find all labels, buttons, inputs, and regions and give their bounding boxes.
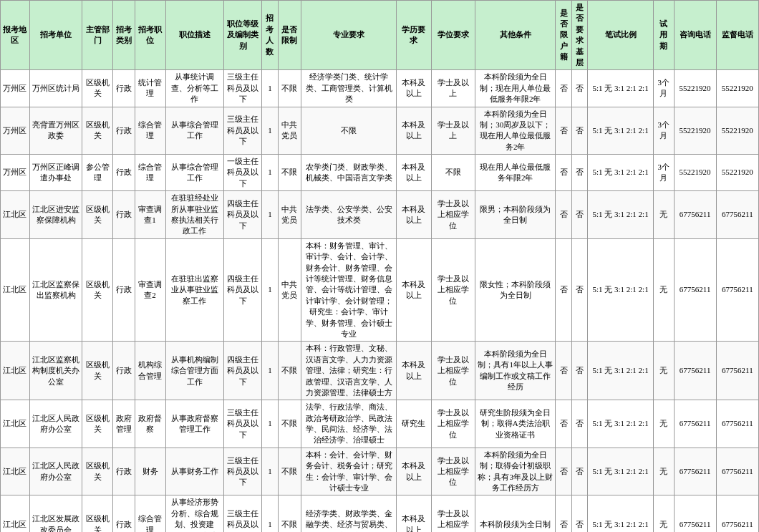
cell-yn1: 否 [556, 448, 571, 495]
cell-district: 江北区 [1, 191, 30, 239]
col-header-tel1: 咨询电话 [674, 1, 716, 70]
cell-tel1: 67756211 [674, 238, 716, 342]
recruitment-table: 报考地区 招考单位 主管部门 招考类别 招考职位 职位描述 职位等级及编制类别 … [0, 0, 759, 532]
cell-post: 综合管理 [135, 155, 165, 191]
cell-post: 政府督察 [135, 400, 165, 448]
cell-restrict: 中共党员 [278, 238, 301, 342]
cell-num: 1 [262, 495, 278, 532]
main-table-wrapper: 报考地区 招考单位 主管部门 招考类别 招考职位 职位描述 职位等级及编制类别 … [0, 0, 759, 532]
cell-restrict: 不限 [278, 495, 301, 532]
cell-desc: 从事政府督察管理工作 [165, 400, 224, 448]
cell-desc: 从事统计调查、分析等工作 [165, 70, 224, 107]
cell-edu: 本科及以上 [396, 448, 431, 495]
cell-ratio: 5:1 无 3:1 2:1 2:1 [588, 191, 654, 239]
cell-ratio: 5:1 无 3:1 2:1 2:1 [588, 495, 654, 532]
cell-district: 万州区 [1, 70, 30, 107]
cell-yn2: 否 [571, 70, 587, 107]
cell-prob: 无 [653, 400, 674, 448]
col-header-edu: 学历要求 [396, 1, 431, 70]
cell-deg: 学士及以上相应学位 [431, 238, 475, 342]
table-row: 江北区江北区进安监察保障机构区级机关行政审查调查1在驻驻经处业所从事驻业监察执法… [1, 191, 759, 239]
cell-deg: 学士及以上 [431, 70, 475, 107]
cell-yn1: 否 [556, 107, 571, 155]
cell-post: 财务 [135, 448, 165, 495]
col-header-major: 专业要求 [301, 1, 397, 70]
cell-yn1: 否 [556, 155, 571, 191]
cell-post: 审查调查1 [135, 191, 165, 239]
cell-district: 江北区 [1, 448, 30, 495]
cell-dept: 区级机关 [82, 448, 113, 495]
cell-edu: 本科及以上 [396, 191, 431, 239]
cell-level: 三级主任科员及以下 [224, 107, 262, 155]
cell-num: 1 [262, 155, 278, 191]
cell-tel1: 55221920 [674, 70, 716, 107]
cell-other: 本科阶段须为全日制；取得会计初级职称；具有3年及以上财务工作经历方 [475, 448, 556, 495]
cell-unit: 亮背置万州区政委 [29, 107, 82, 155]
cell-desc: 从事综合管理工作 [165, 107, 224, 155]
cell-post: 统计管理 [135, 70, 165, 107]
table-body: 万州区万州区统计局区级机关行政统计管理从事统计调查、分析等工作三级主任科员及以下… [1, 70, 759, 532]
cell-edu: 本科及以上 [396, 155, 431, 191]
cell-yn2: 否 [571, 342, 587, 400]
cell-unit: 江北区人民政府办公室 [29, 448, 82, 495]
cell-dept: 区级机关 [82, 400, 113, 448]
cell-yn1: 否 [556, 400, 571, 448]
cell-ratio: 5:1 无 3:1 2:1 2:1 [588, 107, 654, 155]
cell-ratio: 5:1 无 3:1 2:1 2:1 [588, 155, 654, 191]
cell-prob: 3个月 [653, 107, 674, 155]
cell-unit: 江北区发展政改委员会 [29, 495, 82, 532]
cell-district: 江北区 [1, 238, 30, 342]
cell-dept: 区级机关 [82, 70, 113, 107]
cell-tel2: 55221920 [716, 70, 758, 107]
cell-dept: 区级机关 [82, 495, 113, 532]
cell-desc: 从事财务工作 [165, 448, 224, 495]
table-row: 江北区江北区监察保出监察机构区级机关行政审查调查2在驻驻出监察业从事驻业监察工作… [1, 238, 759, 342]
cell-deg: 不限 [431, 155, 475, 191]
table-row: 江北区江北区监察机构制度机关办公室区级机关行政机构综合管理从事机构编制综合管理方… [1, 342, 759, 400]
cell-unit: 万州区正峰调遣办事处 [29, 155, 82, 191]
cell-prob: 无 [653, 238, 674, 342]
cell-yn2: 否 [571, 191, 587, 239]
col-header-ratio: 笔试比例 [588, 1, 654, 70]
cell-yn2: 否 [571, 400, 587, 448]
cell-restrict: 中共党员 [278, 191, 301, 239]
cell-num: 1 [262, 238, 278, 342]
cell-other: 限女性；本科阶段须为全日制 [475, 238, 556, 342]
cell-post: 综合管理 [135, 495, 165, 532]
cell-level: 三级主任科员及以下 [224, 495, 262, 532]
cell-num: 1 [262, 70, 278, 107]
cell-district: 江北区 [1, 342, 30, 400]
cell-tel2: 67756211 [716, 238, 758, 342]
cell-prob: 3个月 [653, 155, 674, 191]
cell-district: 江北区 [1, 495, 30, 532]
cell-edu: 本科及以上 [396, 70, 431, 107]
cell-tel2: 67756211 [716, 495, 758, 532]
cell-major: 不限 [301, 107, 397, 155]
cell-unit: 江北区监察机构制度机关办公室 [29, 342, 82, 400]
cell-yn2: 否 [571, 448, 587, 495]
cell-desc: 从事机构编制综合管理方面工作 [165, 342, 224, 400]
cell-unit: 万州区统计局 [29, 70, 82, 107]
cell-type: 行政 [113, 495, 135, 532]
cell-yn1: 否 [556, 70, 571, 107]
cell-major: 法学类、公安学类、公安技术类 [301, 191, 397, 239]
col-header-dept: 主管部门 [82, 1, 113, 70]
col-header-level: 职位等级及编制类别 [224, 1, 262, 70]
cell-tel1: 67756211 [674, 448, 716, 495]
cell-restrict: 不限 [278, 70, 301, 107]
cell-major: 经济学类、财政学类、金融学类、经济与贸易类、建筑类 [301, 495, 397, 532]
cell-yn2: 否 [571, 155, 587, 191]
cell-dept: 区级机关 [82, 238, 113, 342]
col-header-restrict: 是否限制 [278, 1, 301, 70]
cell-district: 万州区 [1, 107, 30, 155]
cell-dept: 参公管理 [82, 155, 113, 191]
table-row: 万州区万州区正峰调遣办事处参公管理行政综合管理从事综合管理工作一级主任科员及以下… [1, 155, 759, 191]
cell-tel1: 67756211 [674, 400, 716, 448]
cell-type: 行政 [113, 107, 135, 155]
cell-dept: 区级机关 [82, 342, 113, 400]
cell-desc: 从事综合管理工作 [165, 155, 224, 191]
cell-deg: 学士及以上相应学位 [431, 342, 475, 400]
cell-unit: 江北区监察保出监察机构 [29, 238, 82, 342]
cell-num: 1 [262, 107, 278, 155]
cell-num: 1 [262, 342, 278, 400]
